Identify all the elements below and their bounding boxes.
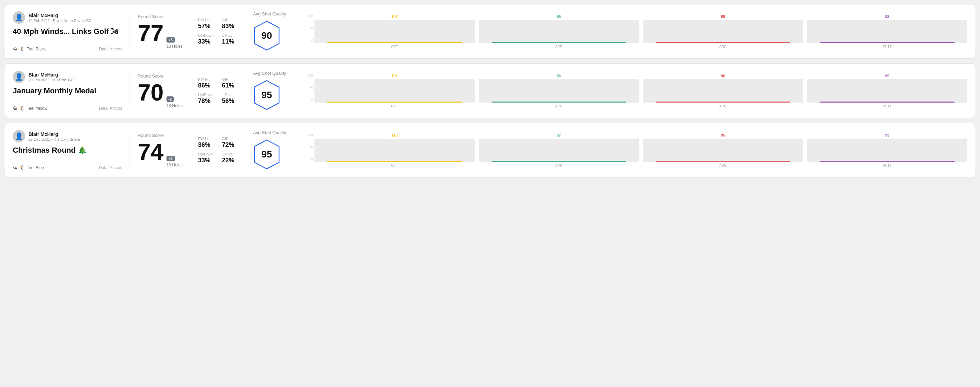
tee-info: 🌤 🏌 Tee: Black [13,46,46,51]
score-label: Round Score [138,73,183,79]
user-meta: 12 Feb 2022 · Royal North Devon GC [29,19,91,23]
hexagon-container: 90 [253,20,280,51]
stat-value: 36% [198,141,215,149]
stat-label: Up/Down [198,93,215,97]
user-row: 👤 Blair McHarg 27 Dec 2021 · The Oxfords… [13,130,122,143]
score-main: 74 +2 18 Holes [138,140,183,167]
holes-label: 18 Holes [167,163,183,167]
bar-col-putt: 93 PUTT [807,133,968,167]
stat-item---putt: 1 Putt 11% [222,33,239,45]
stat-value: 61% [222,82,239,89]
score-diff-badge: -2 [167,97,174,102]
user-info: Blair McHarg 27 Dec 2021 · The Oxfordshi… [29,132,80,141]
bar-chart: 100 50 0 107 OTT 95 APP 98 [308,14,967,49]
hexagon-container: 95 [253,79,280,111]
stat-value: 72% [222,141,239,149]
chart-section: 100 50 0 110 OTT 87 APP 95 [301,130,967,170]
score-section: Round Score 77 +5 18 Holes [129,11,191,51]
bar-col-arg: 95 ARG [643,133,803,167]
data-source: Data: Arccos [99,165,122,170]
stat-item---putt: 1 Putt 56% [222,93,239,105]
bar-chart: 100 50 0 101 OTT 86 APP 96 [308,74,967,108]
avatar: 👤 [13,130,25,143]
weather-icon: 🌤 [13,165,17,170]
round-title: 40 Mph Winds... Links Golf 🌬 [13,27,122,36]
stat-value: 33% [198,38,215,45]
stat-label: 1 Putt [222,93,239,97]
quality-score: 90 [261,30,272,41]
quality-score: 95 [261,149,272,160]
y-axis: 100 50 0 [308,133,314,160]
round-title: January Monthly Medal [13,86,122,95]
stats-grid: FW Hit 36% GIR 72% Up/Down 33% 1 Putt 22… [198,136,239,164]
stats-section: FW Hit 86% GIR 61% Up/Down 78% 1 Putt 56… [191,71,246,111]
quality-section: Avg Shot Quality 90 [246,11,301,51]
score-number: 70 [138,81,164,104]
golf-bag-icon: 🏌 [19,106,25,111]
bar-col-putt: 82 PUTT [807,14,968,49]
quality-score: 95 [261,90,272,100]
user-row: 👤 Blair McHarg 12 Feb 2022 · Royal North… [13,11,122,24]
stat-value: 83% [222,23,239,30]
bar-col-ott: 107 OTT [314,14,475,49]
card-footer: 🌤 🏌 Tee: Yellow Data: Arccos [13,106,122,111]
stat-item-fw-hit: FW Hit 57% [198,18,215,30]
bar-col-app: 87 APP [479,133,639,167]
score-badge-group: +2 18 Holes [167,156,183,167]
score-section: Round Score 74 +2 18 Holes [129,130,191,170]
stat-label: Up/Down [198,152,215,156]
user-name: Blair McHarg [29,72,76,78]
user-name: Blair McHarg [29,132,80,137]
score-label: Round Score [138,14,183,19]
stat-label: Up/Down [198,33,215,37]
user-info: Blair McHarg 12 Feb 2022 · Royal North D… [29,13,91,23]
round-card-2: 👤 Blair McHarg 29 Jan 2022 · Mill Ride G… [4,63,976,118]
quality-label: Avg Shot Quality [253,11,286,16]
round-card-1: 👤 Blair McHarg 12 Feb 2022 · Royal North… [4,4,976,59]
stat-value: 22% [222,157,239,164]
score-diff-badge: +5 [167,37,175,43]
score-number: 77 [138,21,164,44]
card-footer: 🌤 🏌 Tee: Blue Data: Arccos [13,165,122,170]
round-info-section: 👤 Blair McHarg 29 Jan 2022 · Mill Ride G… [13,71,129,111]
chart-section: 100 50 0 101 OTT 86 APP 96 [301,71,967,111]
stat-item-up-down: Up/Down 78% [198,93,215,105]
bar-col-arg: 98 ARG [643,14,803,49]
tee-info: 🌤 🏌 Tee: Yellow [13,106,48,111]
stat-value: 56% [222,97,239,105]
tee-label: Tee: Black [27,47,46,51]
stat-value: 86% [198,82,215,89]
stat-label: GIR [222,18,239,22]
weather-icon: 🌤 [13,46,17,51]
score-section: Round Score 70 -2 18 Holes [129,71,191,111]
stats-section: FW Hit 36% GIR 72% Up/Down 33% 1 Putt 22… [191,130,246,170]
round-info-section: 👤 Blair McHarg 27 Dec 2021 · The Oxfords… [13,130,129,170]
y-axis: 100 50 0 [308,14,314,42]
chart-section: 100 50 0 107 OTT 95 APP 98 [301,11,967,51]
round-card-3: 👤 Blair McHarg 27 Dec 2021 · The Oxfords… [4,123,976,178]
user-info: Blair McHarg 29 Jan 2022 · Mill Ride GCC [29,72,76,82]
user-meta: 29 Jan 2022 · Mill Ride GCC [29,78,76,82]
quality-section: Avg Shot Quality 95 [246,130,301,170]
stat-label: 1 Putt [222,152,239,156]
stats-section: FW Hit 57% GIR 83% Up/Down 33% 1 Putt 11… [191,11,246,51]
score-badge-group: -2 18 Holes [167,97,183,108]
stat-label: 1 Putt [222,33,239,37]
stat-item-fw-hit: FW Hit 36% [198,136,215,149]
round-title: Christmas Round 🎄 [13,146,122,155]
bar-col-putt: 99 PUTT [807,74,968,108]
user-icon: 👤 [15,13,23,22]
holes-label: 18 Holes [167,103,183,108]
golf-bag-icon: 🏌 [19,165,25,170]
stat-item-gir: GIR 61% [222,77,239,89]
stat-item-up-down: Up/Down 33% [198,33,215,45]
score-diff-badge: +2 [167,156,175,161]
avatar: 👤 [13,71,25,83]
score-badge-group: +5 18 Holes [167,37,183,49]
hexagon-container: 95 [253,139,280,170]
stat-label: FW Hit [198,136,215,141]
bar-col-app: 95 APP [479,14,639,49]
score-main: 70 -2 18 Holes [138,81,183,108]
user-name: Blair McHarg [29,13,91,18]
data-source: Data: Arccos [99,106,122,111]
